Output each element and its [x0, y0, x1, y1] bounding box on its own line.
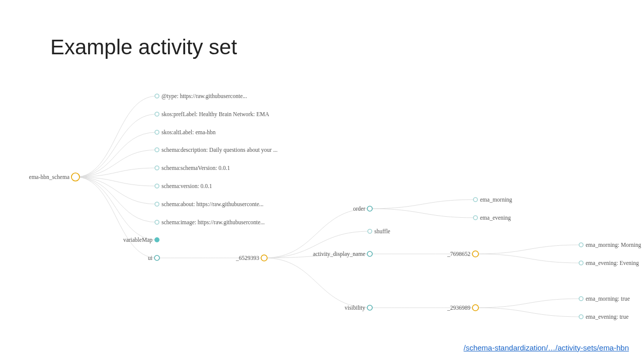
tree-node: ema_morning: [473, 197, 512, 203]
svg-point-18: [579, 243, 583, 247]
tree-node: schema:schemaVersion: 0.0.1: [155, 165, 230, 171]
svg-point-5: [155, 166, 159, 170]
tree-node-label: variableMap: [123, 237, 152, 243]
svg-point-2: [155, 112, 159, 116]
svg-point-8: [155, 220, 159, 224]
tree-node: ema_evening: [473, 215, 511, 221]
svg-point-17: [472, 251, 478, 257]
svg-point-15: [368, 229, 372, 233]
svg-point-0: [71, 173, 79, 181]
svg-point-19: [579, 261, 583, 265]
svg-point-14: [473, 216, 477, 220]
tree-node-label: ema_evening: [480, 215, 511, 221]
tree-node: schema:about: https://raw.githubusercont…: [155, 201, 264, 208]
tree-node: ema_evening: true: [579, 314, 628, 320]
tree-node-label: activity_display_name: [313, 251, 365, 257]
tree-node: schema:image: https://raw.githubusercont…: [155, 219, 265, 226]
tree-node: ema_morning: Morning: [579, 242, 641, 248]
tree-node[interactable]: visibility: [345, 305, 372, 311]
tree-node-label: schema:schemaVersion: 0.0.1: [162, 165, 230, 171]
tree-node-label: shuffle: [374, 228, 390, 234]
tree-node-label: ema_morning: true: [586, 296, 630, 302]
tree-node: @type: https://raw.githubuserconte...: [155, 93, 247, 100]
tree-node-label: ema_morning: Morning: [586, 242, 641, 248]
tree-node-label: schema:about: https://raw.githubusercont…: [162, 201, 264, 208]
tree-node[interactable]: _7698652: [447, 251, 478, 257]
tree-node-label: schema:version: 0.0.1: [162, 183, 212, 189]
tree-node-label: @type: https://raw.githubuserconte...: [162, 93, 247, 100]
tree-node-label: ema_morning: [480, 197, 512, 203]
tree-node-label: ui: [148, 255, 152, 261]
svg-point-1: [155, 94, 159, 98]
tree-node: shuffle: [368, 228, 390, 234]
tree-node[interactable]: ema-hbn_schema: [29, 173, 79, 181]
svg-point-7: [155, 202, 159, 206]
schema-tree: ema-hbn_schema@type: https://raw.githubu…: [0, 0, 644, 362]
tree-node: ema_morning: true: [579, 296, 630, 302]
svg-point-9: [154, 237, 159, 242]
svg-point-12: [367, 206, 372, 211]
svg-point-4: [155, 148, 159, 152]
tree-node[interactable]: _2936989: [447, 305, 478, 311]
tree-node-label: order: [353, 206, 365, 212]
svg-point-22: [579, 297, 583, 301]
tree-node-label: skos:prefLabel: Healthy Brain Network: E…: [162, 111, 270, 118]
tree-node-label: schema:image: https://raw.githubusercont…: [162, 219, 265, 226]
svg-point-13: [473, 198, 477, 202]
svg-point-16: [367, 251, 372, 256]
tree-node-label: _2936989: [447, 305, 470, 311]
svg-point-11: [261, 255, 267, 261]
tree-node[interactable]: order: [353, 206, 372, 212]
tree-node: skos:prefLabel: Healthy Brain Network: E…: [155, 111, 270, 118]
tree-node: schema:description: Daily questions abou…: [155, 147, 278, 153]
svg-point-10: [154, 255, 159, 260]
tree-node-label: ema-hbn_schema: [29, 174, 69, 180]
tree-node-label: ema_evening: Evening: [586, 260, 639, 266]
tree-node-label: ema_evening: true: [586, 314, 628, 320]
tree-node: schema:version: 0.0.1: [155, 183, 212, 189]
tree-node: ema_evening: Evening: [579, 260, 639, 266]
svg-point-6: [155, 184, 159, 188]
svg-point-3: [155, 130, 159, 134]
svg-point-23: [579, 315, 583, 319]
tree-node-label: _6529393: [235, 255, 259, 261]
svg-point-21: [472, 305, 478, 311]
tree-node-label: _7698652: [447, 251, 470, 257]
tree-node: skos:altLabel: ema-hbn: [155, 129, 216, 135]
tree-node[interactable]: activity_display_name: [313, 251, 372, 257]
tree-node-label: skos:altLabel: ema-hbn: [162, 129, 216, 135]
svg-point-20: [367, 305, 372, 310]
tree-node-label: visibility: [345, 305, 365, 311]
tree-node[interactable]: _6529393: [235, 255, 267, 261]
source-path-link[interactable]: /schema-standardization/…/activity-sets/…: [464, 343, 629, 352]
tree-node-label: schema:description: Daily questions abou…: [162, 147, 278, 153]
